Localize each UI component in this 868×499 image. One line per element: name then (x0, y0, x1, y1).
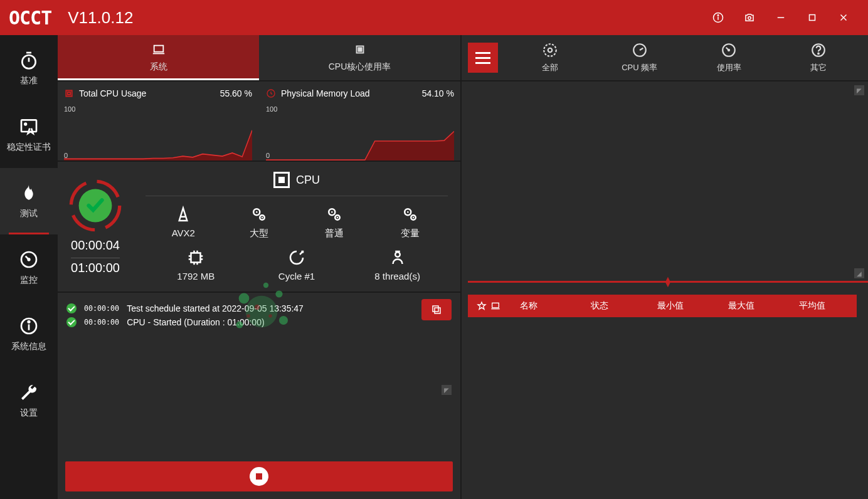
gauge-icon (721, 42, 737, 58)
info-icon (19, 316, 39, 336)
stop-button[interactable] (65, 461, 453, 491)
metric-value: 55.60 % (220, 88, 252, 98)
svg-point-2 (717, 15, 719, 16)
tab-label: CPU 频率 (622, 62, 657, 73)
stopwatch-icon (19, 50, 39, 70)
chip-icon (64, 88, 74, 98)
gauge-icon (19, 250, 39, 270)
test-param: 大型 (221, 205, 297, 239)
copy-icon (431, 304, 442, 315)
tab-label: 全部 (542, 62, 558, 73)
param-icon (401, 205, 420, 224)
metric-cpu: Total CPU Usage 55.60 % 100 0 (58, 83, 258, 160)
sidebar-item-label: 监控 (20, 275, 38, 286)
close-button[interactable] (828, 0, 859, 35)
col-max[interactable]: 最大值 (706, 300, 777, 312)
titlebar: OCCT V11.0.12 (0, 0, 868, 35)
status-ok-icon (66, 303, 77, 313)
hamburger-button[interactable] (468, 43, 498, 73)
collapse-toggle-top[interactable]: ◤ (854, 85, 864, 95)
svg-rect-22 (358, 48, 362, 51)
app-logo: OCCT (9, 7, 51, 29)
monitor-tabs: 全部 CPU 频率 使用率 其它 (462, 35, 868, 81)
info-icon[interactable] (702, 0, 734, 35)
wrench-icon (19, 382, 39, 402)
maximize-button[interactable] (797, 0, 828, 35)
monitor-tab-cpufreq[interactable]: CPU 频率 (596, 42, 684, 73)
tab-label: 使用率 (717, 62, 741, 73)
total-time: 01:00:00 (71, 258, 120, 275)
monitor-tab-usage[interactable]: 使用率 (685, 42, 773, 73)
split-divider[interactable]: ▲▼ (468, 281, 868, 285)
param-icon (186, 248, 205, 267)
app-version: V11.0.12 (68, 8, 133, 28)
memory-icon (266, 88, 276, 98)
axis-min: 0 (266, 152, 270, 159)
test-param: 变量 (373, 205, 448, 239)
svg-rect-43 (191, 253, 201, 263)
sidebar-item-test[interactable]: 测试 (0, 168, 58, 234)
param-icon (325, 205, 344, 224)
monitor-tab-other[interactable]: 其它 (775, 42, 862, 73)
svg-line-67 (640, 48, 643, 50)
chip-icon (353, 43, 367, 56)
stop-icon (250, 467, 268, 486)
collapse-toggle-mid[interactable]: ◢ (854, 268, 864, 278)
param-label: 变量 (401, 228, 420, 239)
log-text: CPU - Started (Duration : 01:00:00) (127, 315, 264, 329)
col-status[interactable]: 状态 (564, 300, 635, 312)
metric-title: Physical Memory Load (281, 88, 370, 98)
test-param: AVX2 (146, 205, 221, 239)
svg-point-12 (24, 123, 26, 125)
tab-label: CPU核心使用率 (329, 61, 391, 73)
log-panel: 00:00:00Test schedule started at 2022-09… (58, 293, 460, 455)
chip-icon (273, 172, 290, 188)
param-label: AVX2 (172, 228, 195, 238)
status-ok-icon (66, 317, 77, 327)
param-label: 8 thread(s) (374, 271, 420, 281)
favorite-icon[interactable] (477, 301, 500, 311)
param-label: Cycle #1 (278, 271, 315, 281)
sidebar-item-sysinfo[interactable]: 系统信息 (0, 301, 58, 367)
test-param: 普通 (297, 205, 372, 239)
param-label: 大型 (250, 228, 268, 239)
monitor-tab-all[interactable]: 全部 (507, 42, 594, 73)
tab-cores[interactable]: CPU核心使用率 (259, 35, 460, 80)
svg-rect-24 (68, 92, 70, 95)
sidebar-item-label: 基准 (20, 75, 38, 87)
log-line: 00:00:00CPU - Started (Duration : 01:00:… (66, 315, 452, 329)
sidebar-item-label: 系统信息 (11, 341, 46, 352)
svg-point-64 (544, 44, 557, 56)
screenshot-icon[interactable] (734, 0, 765, 35)
test-param: Cycle #1 (259, 248, 334, 281)
svg-point-37 (331, 211, 333, 213)
expand-toggle[interactable]: ◤ (442, 385, 452, 395)
axis-max: 100 (64, 105, 75, 113)
svg-point-70 (728, 50, 729, 51)
param-icon (287, 248, 306, 267)
log-time: 00:00:00 (84, 302, 119, 315)
elapsed-time: 00:00:04 (71, 238, 120, 253)
param-icon (174, 205, 193, 224)
svg-point-72 (818, 53, 819, 55)
sidebar-item-monitor[interactable]: 监控 (0, 234, 58, 301)
svg-point-8 (22, 55, 35, 68)
sidebar-item-certificate[interactable]: 稳定性证书 (0, 102, 58, 168)
col-name[interactable]: 名称 (493, 300, 564, 312)
flame-icon (19, 183, 39, 203)
col-min[interactable]: 最小值 (635, 300, 706, 312)
tabrow: 系统 CPU核心使用率 (58, 35, 460, 81)
col-avg[interactable]: 平均值 (777, 300, 848, 312)
copy-log-button[interactable] (421, 299, 452, 320)
tab-label: 其它 (810, 62, 827, 73)
param-icon (388, 248, 407, 267)
minimize-button[interactable] (765, 0, 797, 35)
metric-title: Total CPU Usage (79, 88, 146, 98)
svg-point-41 (407, 211, 409, 213)
tab-system[interactable]: 系统 (58, 35, 259, 80)
sidebar-item-benchmark[interactable]: 基准 (0, 35, 58, 102)
svg-rect-19 (154, 46, 163, 52)
test-title: CPU (296, 174, 320, 187)
log-text: Test schedule started at 2022-09-05 13:3… (127, 302, 304, 315)
sidebar-item-settings[interactable]: 设置 (0, 367, 58, 434)
